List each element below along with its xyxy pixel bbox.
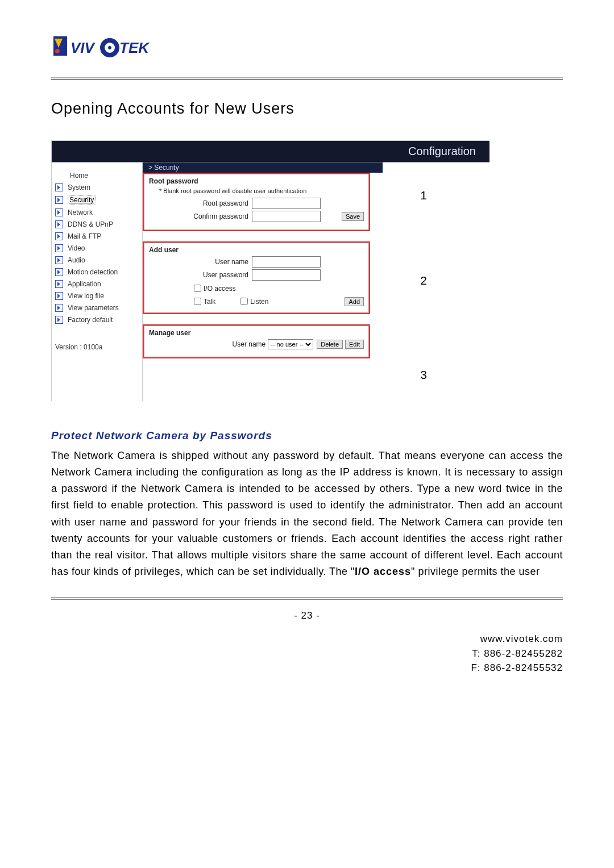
body-text-a: The Network Camera is shipped without an… xyxy=(51,450,563,577)
sidebar-item-label: Mail & FTP xyxy=(68,232,101,240)
panel-root-password: Root password * Blank root password will… xyxy=(143,173,370,231)
panel-legend: Root password xyxy=(149,177,364,185)
root-password-label: Root password xyxy=(149,199,252,207)
logo: VIV TEK xyxy=(51,34,563,60)
manage-user-select[interactable]: -- no user -- xyxy=(268,339,313,349)
config-title: Configuration xyxy=(408,145,476,157)
arrow-icon xyxy=(55,268,63,276)
note-text: * Blank root password will disable user … xyxy=(159,187,364,194)
sidebar-item-label: Security xyxy=(68,195,96,205)
body-text-b: " privilege permits the user xyxy=(411,566,540,577)
footer-site: www.vivotek.com xyxy=(51,632,563,646)
config-titlebar: Configuration xyxy=(52,141,489,162)
sidebar-item-label: Video xyxy=(68,244,85,252)
footer-fax: F: 886-2-82455532 xyxy=(51,661,563,675)
userpassword-label: User password xyxy=(149,271,252,279)
talk-label: Talk xyxy=(204,298,215,306)
edit-button[interactable]: Edit xyxy=(345,340,364,349)
sidebar-item-label: Factory default xyxy=(68,316,113,324)
confirm-password-label: Confirm password xyxy=(149,212,252,220)
panel-legend: Manage user xyxy=(149,329,364,337)
sidebar-item-application[interactable]: Application xyxy=(54,278,142,290)
sidebar-item-viewlog[interactable]: View log file xyxy=(54,290,142,302)
sidebar-item-label: Application xyxy=(68,280,101,288)
username-input[interactable] xyxy=(252,256,321,268)
sidebar-item-label: Home xyxy=(70,172,88,180)
io-access-label: I/O access xyxy=(204,285,236,293)
divider-bottom xyxy=(51,597,563,600)
userpassword-input[interactable] xyxy=(252,269,321,281)
main-pane: > Security Root password * Blank root pa… xyxy=(143,162,489,401)
listen-label: Listen xyxy=(250,298,268,306)
config-screenshot: Configuration Home System Security Netwo… xyxy=(51,140,489,401)
io-access-checkbox[interactable] xyxy=(194,285,201,292)
confirm-password-input[interactable] xyxy=(252,211,321,222)
username-label: User name xyxy=(149,258,252,266)
page-number: - 23 - xyxy=(51,610,563,621)
sidebar-item-label: System xyxy=(68,183,90,191)
sidebar: Home System Security Network DDNS & UPnP xyxy=(52,162,143,401)
callout-1: 1 xyxy=(420,189,427,202)
arrow-icon xyxy=(55,316,63,324)
version-text: Version : 0100a xyxy=(55,343,142,351)
sidebar-item-system[interactable]: System xyxy=(54,182,142,194)
arrow-icon xyxy=(55,196,63,204)
sidebar-item-label: Audio xyxy=(68,256,85,264)
sidebar-item-label: View log file xyxy=(68,292,104,300)
body-paragraph: The Network Camera is shipped without an… xyxy=(51,448,563,580)
sidebar-item-motion[interactable]: Motion detection xyxy=(54,266,142,278)
svg-point-5 xyxy=(108,46,111,49)
svg-text:VIV: VIV xyxy=(70,39,96,56)
page-heading: Opening Accounts for New Users xyxy=(51,100,563,118)
footer-tel: T: 886-2-82455282 xyxy=(51,646,563,661)
sidebar-item-network[interactable]: Network xyxy=(54,207,142,219)
callout-2: 2 xyxy=(420,274,427,287)
sidebar-item-security[interactable]: Security xyxy=(54,194,142,207)
sidebar-item-viewparams[interactable]: View parameters xyxy=(54,302,142,314)
arrow-icon xyxy=(55,220,63,228)
svg-point-1 xyxy=(55,49,60,53)
sidebar-item-label: View parameters xyxy=(68,304,119,312)
arrow-icon xyxy=(55,304,63,312)
sidebar-item-video[interactable]: Video xyxy=(54,243,142,254)
arrow-icon xyxy=(55,292,63,300)
divider-top xyxy=(51,77,563,80)
add-button[interactable]: Add xyxy=(345,297,364,306)
breadcrumb: > Security xyxy=(143,162,383,173)
sidebar-item-factory[interactable]: Factory default xyxy=(54,314,142,326)
footer: www.vivotek.com T: 886-2-82455282 F: 886… xyxy=(51,632,563,675)
sidebar-item-label: DDNS & UPnP xyxy=(68,220,113,228)
talk-checkbox[interactable] xyxy=(194,298,201,305)
sidebar-item-mailftp[interactable]: Mail & FTP xyxy=(54,231,142,243)
root-password-input[interactable] xyxy=(252,198,321,209)
arrow-icon xyxy=(55,208,63,216)
arrow-icon xyxy=(55,244,63,252)
body-text-bold: I/O access xyxy=(355,566,411,577)
panel-add-user: Add user User name User password I/O acc… xyxy=(143,241,370,314)
callout-3: 3 xyxy=(420,368,427,382)
manage-username-label: User name xyxy=(233,340,268,348)
sidebar-item-ddns[interactable]: DDNS & UPnP xyxy=(54,219,142,231)
save-button[interactable]: Save xyxy=(342,212,364,221)
arrow-icon xyxy=(55,256,63,264)
arrow-icon xyxy=(55,232,63,240)
sidebar-item-label: Network xyxy=(68,208,93,216)
arrow-icon xyxy=(55,280,63,288)
sidebar-item-label: Motion detection xyxy=(68,268,118,276)
panel-legend: Add user xyxy=(149,246,364,254)
sub-heading: Protect Network Camera by Passwords xyxy=(51,429,563,442)
sidebar-item-home[interactable]: Home xyxy=(54,166,142,182)
arrow-icon xyxy=(55,183,63,191)
sidebar-item-audio[interactable]: Audio xyxy=(54,254,142,266)
svg-text:TEK: TEK xyxy=(119,39,150,56)
panel-manage-user: Manage user User name -- no user -- Dele… xyxy=(143,324,370,358)
delete-button[interactable]: Delete xyxy=(317,340,343,349)
listen-checkbox[interactable] xyxy=(240,298,248,305)
